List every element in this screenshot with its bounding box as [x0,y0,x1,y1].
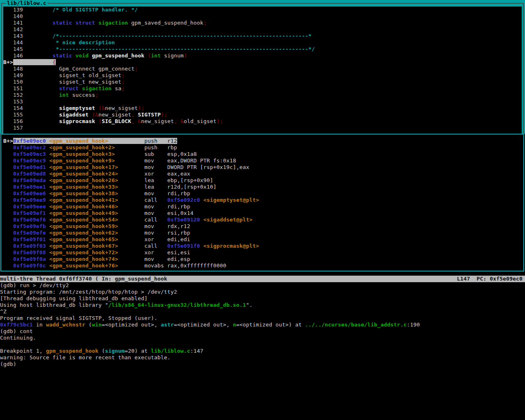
code-segment [46,243,49,249]
code-segment: mov rdi,rbp [118,190,190,196]
code-segment: lea r12d,[rsp+0x10] [118,184,217,190]
code-segment: (& [92,112,98,118]
disasm-row: 0xf5e09ec2 <gpm_suspend_hook+2> push rbp [3,144,259,151]
disasm-row: 0xf5e09efb <gpm_suspend_hook+59> mov rdx… [3,223,259,230]
code-segment [46,230,49,236]
code-segment: (gdb) [0,361,16,367]
code-segment: <sigprocmask@plt> [203,243,259,249]
code-segment [3,164,13,170]
code-segment: ; [121,85,125,91]
code-segment: 142 [13,26,23,32]
code-segment: Breakpoint 1, [0,348,46,354]
code-segment: , [131,112,138,118]
code-segment [3,243,13,249]
source-line: 139 /* Old SIGTSTP handler. */ [3,7,315,13]
disasm-row: 0xf5e09ed8 <gpm_suspend_hook+24> xor eax… [3,171,259,177]
code-segment: =20) at [125,348,151,354]
code-segment [46,210,49,216]
code-segment [3,249,13,256]
disasm-row: 0xf5e09ed1 <gpm_suspend_hook+17> mov DWO… [3,164,259,171]
code-segment: 0xf5e09ef6 [13,217,46,223]
code-segment [23,112,59,118]
code-segment: ( [98,348,105,354]
code-segment: <gpm_suspend_hook+33> [49,184,118,190]
code-segment [46,236,49,242]
source-line: 152 int success; [3,92,315,98]
code-segment [3,105,13,111]
disasm-row: 0xf5e09ee6 <gpm_suspend_hook+38> mov rdi… [3,190,259,197]
code-segment: astr [161,322,174,328]
code-segment: Using host libthread_db library " [0,302,108,308]
code-segment: <gpm_suspend_hook+59> [49,223,118,229]
code-segment: /* Old SIGTSTP handler. */ [52,7,138,13]
code-segment: 146 [13,52,23,59]
code-segment [23,52,52,59]
source-window-left-border [0,7,3,134]
code-segment: 151 [13,85,23,91]
disasm-row: 0xf5e09f0c <gpm_suspend_hook+76> movabs … [3,262,259,269]
code-segment: Starting program: /mnt/zest/htop/htop/ht… [0,289,177,295]
code-segment: sigaction [82,85,115,91]
code-segment: /*--------------------------------------… [52,33,312,39]
status-pc-indicator: PC: 0xf5e09ec0 [477,276,523,282]
code-segment: 147 [13,59,23,65]
code-segment: 0xf5e09f0c [13,262,46,269]
console-line: ^Z [0,308,420,315]
code-segment: :190 [407,322,420,328]
code-segment: <gpm_suspend_hook+76> [49,262,118,269]
code-segment [3,46,13,52]
code-segment: <gpm_suspend_hook> [49,138,108,144]
code-segment [3,197,13,203]
code-segment [46,144,49,151]
code-segment: in [33,322,46,328]
code-segment: <gpm_suspend_hook+72> [49,249,118,256]
gdb-console[interactable]: (gdb) run > /dev/tty2Starting program: /… [0,282,420,368]
source-line: 157 [3,125,315,131]
code-segment: <gpm_suspend_hook+17> [49,164,118,170]
code-segment: mov edi,esp [118,256,190,262]
code-segment [46,138,49,144]
disasm-row: 0xf5e09eda <gpm_suspend_hook+26> lea ebp… [3,177,259,184]
disasm-row: 0xf5e09ee9 <gpm_suspend_hook+41> call 0x… [3,197,259,203]
code-segment [3,203,13,210]
code-segment: push rbp [115,144,177,151]
code-segment [23,59,52,65]
code-segment [3,52,13,59]
disasm-row: 0xf5e09eee <gpm_suspend_hook+46> mov rdi… [3,203,259,210]
code-segment: <gpm_suspend_hook+74> [49,256,118,262]
code-segment: 155 [13,112,23,118]
code-segment: new_sigset [141,118,174,124]
code-segment: <gpm_suspend_hook+41> [49,197,118,203]
code-segment: 0xf5e09ed1 [13,164,46,170]
code-segment [23,79,59,85]
code-segment: <gpm_suspend_hook+54> [49,217,118,223]
gdb-tui-terminal[interactable]: lib/liblow.c 139 /* Old SIGTSTP handler.… [0,0,525,420]
code-segment: 0xf79c5bc1 [0,322,33,328]
code-segment [23,7,52,13]
code-segment: ( [85,322,92,328]
code-segment: sigset_t new_sigset [59,79,121,85]
code-segment: sigaddset [59,112,92,118]
code-segment: 143 [13,33,23,39]
code-segment [3,217,13,223]
code-segment [46,164,49,170]
code-segment: 0xf5e09f03 [13,243,46,249]
code-segment [23,105,59,111]
code-segment: :147 [190,348,203,354]
code-segment: <gpm_suspend_hook+3> [49,151,115,157]
code-segment: <gpm_suspend_hook+67> [49,243,118,249]
code-segment: B+> [3,59,13,65]
code-segment: =<optimized out>, [102,322,161,328]
code-segment: * nice description [52,39,115,46]
code-segment [3,171,13,177]
source-line: 142 [3,26,315,33]
code-segment: 0xf5e09ec3 [13,151,46,157]
code-segment: <gpm_suspend_hook+9> [49,158,115,164]
console-line: (gdb) run > /dev/tty2 [0,282,420,289]
code-segment [3,20,13,26]
console-line: Starting program: /mnt/zest/htop/htop/ht… [0,289,420,295]
code-segment [3,26,13,32]
code-segment: ; [135,66,138,72]
code-segment: 0xf5e09eda [13,177,46,183]
code-segment: Program received signal SIGTSTP, Stopped… [0,315,158,321]
